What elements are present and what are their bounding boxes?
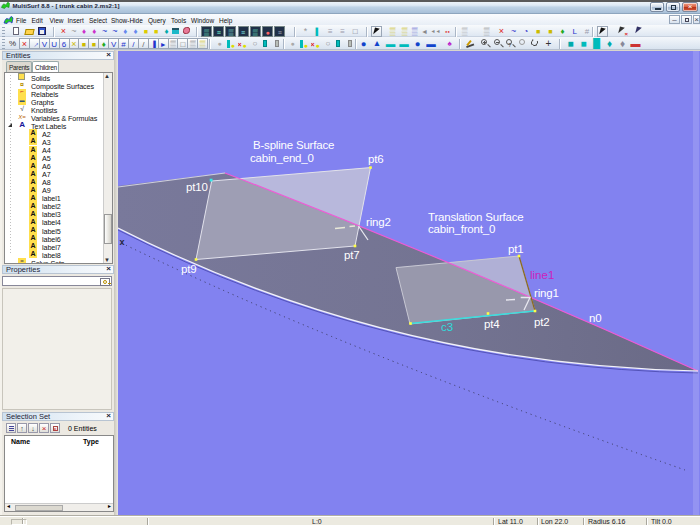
svg-text:ring1: ring1 xyxy=(534,287,559,299)
svg-text:pt6: pt6 xyxy=(368,153,383,165)
svg-text:ring2: ring2 xyxy=(366,216,391,228)
svg-text:x: x xyxy=(120,237,125,247)
svg-text:pt2: pt2 xyxy=(534,316,549,328)
svg-text:Translation Surface: Translation Surface xyxy=(428,211,524,223)
svg-text:c3: c3 xyxy=(441,321,453,333)
svg-text:n0: n0 xyxy=(589,312,601,324)
svg-text:line1: line1 xyxy=(530,269,554,281)
svg-text:pt1: pt1 xyxy=(508,243,523,255)
svg-text:pt10: pt10 xyxy=(186,181,208,193)
svg-text:pt9: pt9 xyxy=(181,263,196,275)
svg-text:cabin_front_0: cabin_front_0 xyxy=(428,223,495,235)
svg-text:B-spline Surface: B-spline Surface xyxy=(253,139,334,151)
svg-text:cabin_end_0: cabin_end_0 xyxy=(250,152,314,164)
svg-text:pt7: pt7 xyxy=(344,249,359,261)
svg-text:pt4: pt4 xyxy=(484,318,500,330)
